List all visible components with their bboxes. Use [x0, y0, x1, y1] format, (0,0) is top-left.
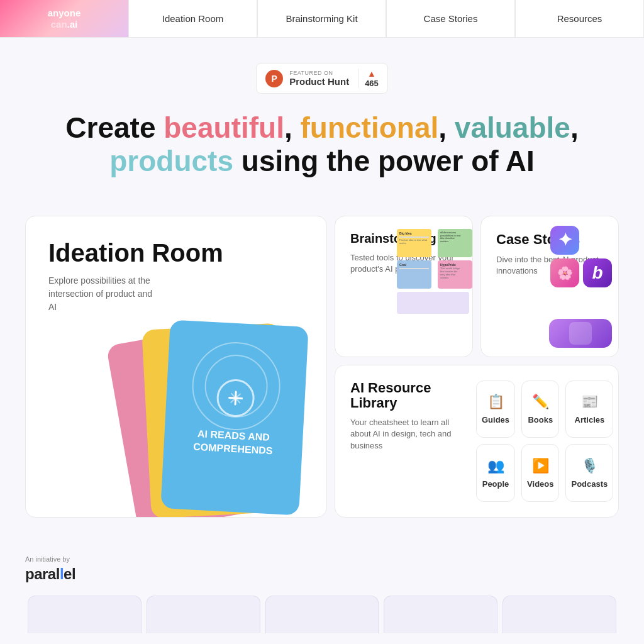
videos-label: Videos — [527, 479, 553, 489]
hero-section: P FEATURED ON Product Hunt ▲ 465 Create … — [0, 38, 644, 216]
guides-label: Guides — [482, 415, 509, 425]
app-icons-visual: ✦ 🌸 b — [550, 226, 612, 287]
product-hunt-badge[interactable]: P FEATURED ON Product Hunt ▲ 465 — [256, 63, 388, 94]
ideation-room-title: Ideation Room — [48, 239, 304, 267]
stack-card-label: AI READS AND COMPREHENDS — [176, 426, 291, 458]
books-icon: ✏️ — [532, 394, 549, 410]
ideation-room-desc: Explore possibilities at the intersectio… — [48, 274, 162, 314]
main-headline: Create beautiful, functional, valuable,p… — [39, 111, 605, 178]
resource-items-grid: 📋 Guides ✏️ Books 📰 Articles 👥 People ▶️… — [476, 380, 613, 502]
resource-item-articles[interactable]: 📰 Articles — [565, 380, 613, 438]
sticky-notes-visual: Big Idea Product idea to test what works… — [397, 229, 472, 330]
app-icon-gradient: ✦ — [550, 226, 579, 255]
nav-item-case-stories[interactable]: Case Stories — [386, 0, 515, 37]
resource-item-books[interactable]: ✏️ Books — [521, 380, 559, 438]
right-top-cards: Brainstorming Kit Tested tools to discov… — [335, 216, 619, 357]
sticky-note-yellow: Big Idea Product idea to test what works — [397, 229, 431, 257]
ph-vote-count: 465 — [365, 79, 379, 88]
strip-item-2 — [147, 596, 260, 633]
nav-item-resources[interactable]: Resources — [515, 0, 644, 37]
articles-label: Articles — [575, 415, 605, 425]
app-icon-wide-purple — [549, 319, 612, 348]
videos-icon: ▶️ — [532, 458, 549, 474]
people-icon: 👥 — [487, 458, 504, 474]
footer-initiative: An initiative by parallel — [0, 536, 644, 596]
podcasts-icon: 🎙️ — [581, 458, 598, 474]
sticky-note-green: all dimensionspossibilities to testthis … — [438, 229, 472, 257]
nav-item-ideation-room[interactable]: Ideation Room — [128, 0, 257, 37]
stacked-cards-illustration: AI READS AND COMPREHENDS — [96, 333, 310, 509]
resource-library-title: AI Resource Library — [350, 380, 464, 411]
ph-votes: ▲ 465 — [358, 69, 379, 88]
product-hunt-icon: P — [265, 70, 283, 87]
cards-grid: Ideation Room Explore possibilities at t… — [0, 216, 644, 536]
product-hunt-text: FEATURED ON Product Hunt — [289, 70, 349, 87]
initiative-label: An initiative by — [25, 555, 619, 563]
people-label: People — [482, 479, 509, 489]
app-icon-pink: 🌸 — [550, 258, 579, 287]
ai-resource-library-card[interactable]: AI Resource Library Your cheatsheet to l… — [335, 365, 619, 518]
articles-icon: 📰 — [581, 394, 598, 410]
strip-item-4 — [384, 596, 497, 633]
nav-links: Ideation Room Brainstorming Kit Case Sto… — [128, 0, 644, 37]
resource-item-podcasts[interactable]: 🎙️ Podcasts — [565, 444, 613, 502]
ideation-room-image: AI READS AND COMPREHENDS — [48, 333, 304, 509]
stack-card-main: AI READS AND COMPREHENDS — [160, 319, 308, 515]
bottom-decorative-strip — [0, 596, 644, 633]
resource-item-guides[interactable]: 📋 Guides — [476, 380, 515, 438]
strip-item-5 — [502, 596, 616, 633]
resource-library-desc: Your cheatsheet to learn all about AI in… — [350, 417, 464, 452]
brainstorming-kit-card[interactable]: Brainstorming Kit Tested tools to discov… — [335, 216, 473, 357]
guides-icon: 📋 — [487, 394, 504, 410]
case-stories-card[interactable]: Case Stories Dive into the best AI produ… — [480, 216, 619, 357]
ph-arrow-icon: ▲ — [367, 69, 376, 79]
resource-item-people[interactable]: 👥 People — [476, 444, 515, 502]
resource-info: AI Resource Library Your cheatsheet to l… — [350, 380, 464, 502]
podcasts-label: Podcasts — [571, 479, 608, 489]
books-label: Books — [528, 415, 553, 425]
strip-item-1 — [28, 596, 142, 633]
logo[interactable]: anyonecan.ai — [0, 0, 128, 37]
parallel-logo: parallel — [25, 565, 619, 583]
ph-featured-label: FEATURED ON — [289, 70, 333, 76]
strip-item-3 — [265, 596, 379, 633]
navbar: anyonecan.ai Ideation Room Brainstorming… — [0, 0, 644, 38]
nav-item-brainstorming-kit[interactable]: Brainstorming Kit — [257, 0, 386, 37]
sticky-note-wide — [397, 292, 469, 314]
ph-product-name: Product Hunt — [289, 76, 349, 87]
brand-name: anyonecan.ai — [48, 8, 81, 30]
sticky-note-pink: HypePride This would bridgethat creates … — [438, 260, 472, 289]
resource-item-videos[interactable]: ▶️ Videos — [521, 444, 559, 502]
app-icon-b: b — [583, 258, 612, 287]
ideation-room-card[interactable]: Ideation Room Explore possibilities at t… — [25, 216, 327, 518]
sticky-note-blue: Goal — [397, 260, 431, 289]
